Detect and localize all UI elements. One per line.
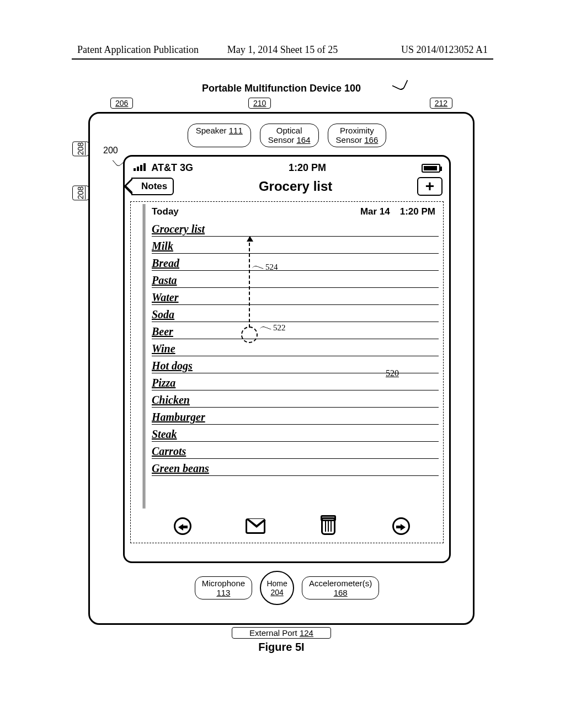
- list-item[interactable]: Bread: [152, 254, 439, 271]
- note-content[interactable]: Today Mar 14 1:20 PM Grocery list Milk B…: [130, 201, 444, 543]
- status-bar: AT&T 3G 1:20 PM: [130, 161, 444, 175]
- arrow-left-circle-icon: [174, 517, 191, 535]
- prev-button[interactable]: [173, 516, 193, 536]
- plus-icon: +: [425, 178, 434, 195]
- ref-212: 212: [430, 98, 452, 109]
- list-item[interactable]: Wine: [152, 339, 439, 356]
- speaker-label: Speaker 111: [188, 124, 251, 147]
- list-item[interactable]: Soda: [152, 305, 439, 322]
- list-item[interactable]: Carrots: [152, 442, 439, 459]
- ref-524: 524: [265, 263, 278, 272]
- next-button[interactable]: [391, 516, 411, 536]
- list-item[interactable]: Water: [152, 288, 439, 305]
- figure-caption: Figure 5I: [88, 641, 475, 654]
- ref-522: 522: [273, 323, 286, 333]
- carrier-label: AT&T 3G: [151, 162, 193, 173]
- mail-button[interactable]: [246, 516, 265, 536]
- ref-210: 210: [248, 98, 271, 109]
- ref-520: 520: [386, 368, 399, 378]
- mail-icon: [246, 518, 265, 534]
- page-title: Grocery list: [259, 179, 332, 194]
- arrow-right-circle-icon: [392, 517, 410, 535]
- header-right: US 2014/0123052 A1: [401, 44, 488, 56]
- device-body: 208 208 200 Speaker 111 OpticalSensor 16…: [88, 112, 475, 625]
- list-item[interactable]: Beer: [152, 322, 439, 339]
- optical-sensor-label: OpticalSensor 164: [260, 124, 319, 147]
- ref-208-a: 208: [72, 141, 89, 156]
- note-title-row[interactable]: Grocery list: [152, 220, 439, 237]
- touch-point-icon: [241, 326, 258, 343]
- ref-200: 200: [103, 146, 118, 156]
- note-time: 1:20 PM: [400, 206, 435, 217]
- today-label: Today: [152, 206, 179, 217]
- signal-icon: [134, 163, 146, 171]
- microphone-label: Microphone113: [195, 576, 252, 600]
- list-item[interactable]: Milk: [152, 237, 439, 254]
- ref-208-b: 208: [72, 185, 89, 200]
- list-item[interactable]: Hamburger: [152, 408, 439, 425]
- home-button[interactable]: Home 204: [260, 571, 294, 605]
- battery-icon: [422, 164, 440, 173]
- trash-icon: [321, 517, 335, 535]
- delete-button[interactable]: [318, 516, 338, 536]
- add-button[interactable]: +: [417, 177, 443, 196]
- header-center: May 1, 2014 Sheet 15 of 25: [227, 44, 338, 56]
- swipe-arrow-icon: [249, 237, 250, 328]
- margin-rule: [143, 204, 145, 508]
- note-lines[interactable]: Grocery list Milk Bread Pasta Water Soda…: [135, 220, 439, 476]
- back-button[interactable]: Notes: [131, 178, 174, 195]
- ref-206: 206: [110, 98, 133, 109]
- external-port-label: External Port 124: [232, 627, 331, 639]
- list-item[interactable]: Chicken: [152, 390, 439, 408]
- list-item[interactable]: Pasta: [152, 271, 439, 288]
- proximity-sensor-label: ProximitySensor 166: [328, 124, 387, 147]
- header-left: Patent Application Publication: [77, 44, 199, 56]
- header-rule: [72, 58, 493, 60]
- note-date: Mar 14: [360, 206, 390, 217]
- touchscreen[interactable]: AT&T 3G 1:20 PM Notes Grocery list + Tod…: [123, 155, 451, 563]
- list-item[interactable]: Steak: [152, 425, 439, 442]
- status-time: 1:20 PM: [289, 162, 326, 174]
- accelerometer-label: Accelerometer(s)168: [302, 576, 379, 600]
- note-toolbar: [146, 513, 438, 539]
- list-item[interactable]: Green beans: [152, 459, 439, 476]
- device-title: Portable Multifunction Device 100: [88, 83, 475, 94]
- leader-arrow-icon: [394, 77, 408, 92]
